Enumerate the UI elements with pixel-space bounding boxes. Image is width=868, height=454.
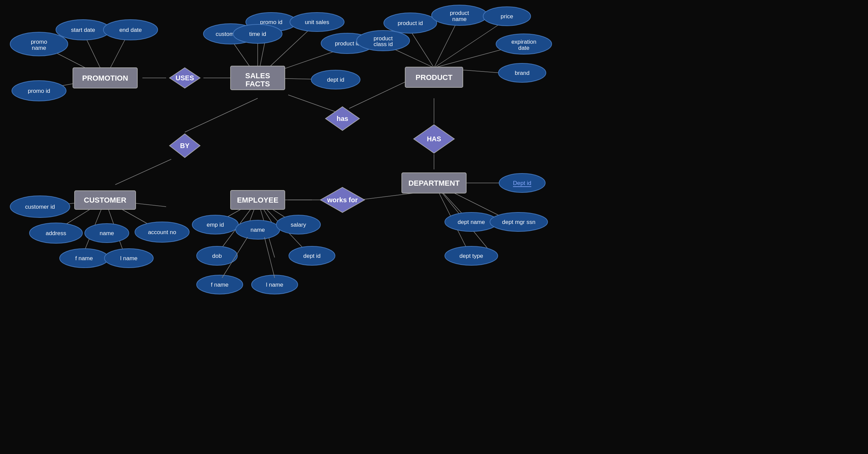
attr-l-name-c-label: l name <box>120 255 137 262</box>
attr-product-class-id-label2: class id <box>374 41 393 47</box>
entity-product-label: PRODUCT <box>416 73 453 82</box>
attr-promo-id-label: promo id <box>28 88 50 94</box>
attr-price-label: price <box>501 13 513 20</box>
attr-account-no-label: account no <box>148 229 176 235</box>
rel-has-small-label: has <box>337 115 348 122</box>
svg-line-13 <box>185 98 258 132</box>
attr-dept-name-label: dept name <box>458 219 485 225</box>
attr-f-name-e-label: f name <box>211 282 229 288</box>
entity-promotion-label: PROMOTION <box>82 74 128 82</box>
entity-salesfacts-label2: FACTS <box>245 80 270 88</box>
attr-name-e-label: name <box>251 227 265 233</box>
attr-expiration-date-label2: date <box>518 45 529 51</box>
attr-emp-id-label: emp id <box>206 222 224 228</box>
attr-product-name-label: product <box>450 10 469 16</box>
svg-line-12 <box>288 95 336 112</box>
svg-line-33 <box>359 193 414 200</box>
rel-has-big-label: HAS <box>427 135 441 143</box>
svg-line-46 <box>264 237 275 278</box>
attr-product-id-p-label: product id <box>398 20 423 26</box>
attr-time-id-label: time id <box>249 31 266 37</box>
attr-f-name-c-label: f name <box>75 255 93 262</box>
attr-salary-label: salary <box>291 222 306 228</box>
attr-promo-name-label2: name <box>32 45 46 51</box>
attr-start-date-label: start date <box>71 27 95 33</box>
attr-product-name-label2: name <box>452 16 467 22</box>
attr-dept-id-sf-label: dept id <box>327 77 344 83</box>
entity-salesfacts-label: SALES <box>245 71 270 80</box>
attr-promo-id-sf-label: promo id <box>260 19 282 25</box>
attr-dept-type-label: dept type <box>459 253 483 259</box>
attr-unit-sales-label: unit sales <box>305 19 329 25</box>
rel-by-label: BY <box>180 142 190 149</box>
entity-employee-label: EMPLOYEE <box>237 196 278 204</box>
attr-customer-id-c-label: customer id <box>25 204 55 210</box>
attr-dept-id-e-label: dept id <box>303 253 320 259</box>
attr-end-date-label: end date <box>119 27 142 33</box>
svg-line-41 <box>434 20 505 68</box>
attr-dept-id-d-label: Dept id <box>513 180 531 186</box>
rel-uses-label: USES <box>176 74 194 82</box>
er-diagram: PROMOTION SALES FACTS PRODUCT CUSTOMER E… <box>0 0 868 454</box>
svg-line-40 <box>434 20 458 68</box>
attr-brand-label: brand <box>515 70 529 76</box>
rel-works-for-label: works for <box>327 196 358 204</box>
attr-dept-mgr-ssn-label: dept mgr ssn <box>502 219 535 225</box>
svg-line-17 <box>115 159 171 185</box>
attr-expiration-date-label: expiration <box>511 39 536 45</box>
attr-dob-label: dob <box>212 253 222 259</box>
attr-promo-name-label: promo <box>31 39 47 45</box>
entity-department-label: DEPARTMENT <box>408 179 460 187</box>
entity-customer-label: CUSTOMER <box>84 196 126 204</box>
attr-l-name-e-label: l name <box>266 282 283 288</box>
attr-name-c-label: name <box>100 230 114 236</box>
attr-address-label: address <box>46 230 66 236</box>
